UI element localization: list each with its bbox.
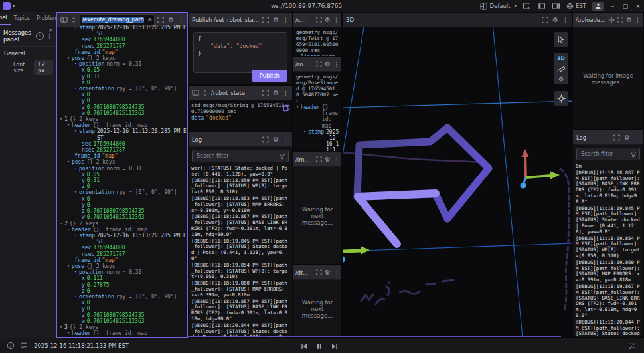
kebab-menu-icon[interactable]: ⋮ bbox=[333, 61, 339, 68]
gear-icon[interactable]: ⚙ bbox=[273, 90, 279, 96]
expand-arrow-icon[interactable]: ▾ bbox=[303, 129, 306, 152]
expand-arrow-icon[interactable]: ▾ bbox=[67, 55, 70, 61]
kebab-menu-icon[interactable]: ⋮ bbox=[634, 134, 640, 141]
pan-icon[interactable] bbox=[608, 17, 615, 23]
scene-settings-icon[interactable]: ⚙ bbox=[558, 76, 564, 82]
kebab-menu-icon[interactable]: ⋮ bbox=[283, 90, 289, 96]
panel-type-icon[interactable] bbox=[192, 89, 199, 96]
settings-menu-icon[interactable]: ⋮ bbox=[46, 33, 52, 39]
filter-icon[interactable] bbox=[279, 153, 285, 160]
expand-arrow-icon[interactable]: ▾ bbox=[74, 189, 77, 195]
kebab-menu-icon[interactable]: ⋮ bbox=[562, 17, 568, 23]
expand-arrow-icon[interactable]: ▾ bbox=[74, 233, 77, 245]
sidebar-tab[interactable]: Topics bbox=[11, 12, 33, 25]
topic-input[interactable]: /execute_drawing_path ⊗ bbox=[80, 14, 155, 25]
kebab-menu-icon[interactable]: ⋮ bbox=[333, 269, 339, 276]
clear-topic-icon[interactable]: ⊗ bbox=[147, 17, 152, 23]
hide-events-icon[interactable] bbox=[628, 342, 636, 350]
right-sidebar-toggle-icon[interactable] bbox=[552, 2, 560, 10]
events-icon[interactable] bbox=[20, 342, 28, 350]
add-panel-icon[interactable] bbox=[523, 2, 531, 10]
log-search-input[interactable] bbox=[195, 152, 279, 160]
expand-arrow-icon[interactable]: ▾ bbox=[67, 159, 70, 165]
recenter-button[interactable] bbox=[554, 91, 568, 106]
expand-arrow-icon[interactable]: ▾ bbox=[296, 104, 299, 129]
minimize-button[interactable]: – bbox=[609, 3, 616, 9]
kebab-menu-icon[interactable]: ⋮ bbox=[635, 17, 641, 23]
gear-icon[interactable]: ⚙ bbox=[273, 136, 279, 143]
log-lines[interactable]: 8m[DEBUG][11:18:18.867 PM EST][path_foll… bbox=[573, 163, 643, 338]
timezone-selector[interactable]: EST bbox=[566, 3, 586, 10]
fullscreen-icon[interactable] bbox=[617, 17, 623, 23]
seek-backward-icon[interactable] bbox=[300, 342, 308, 350]
fullscreen-icon[interactable] bbox=[613, 134, 620, 141]
expand-arrow-icon[interactable]: ▾ bbox=[74, 86, 77, 92]
fullscreen-icon[interactable] bbox=[316, 61, 322, 67]
data-source-info-icon[interactable] bbox=[7, 342, 15, 350]
filter-icon[interactable] bbox=[630, 151, 637, 158]
expand-arrow-icon[interactable]: ▾ bbox=[74, 61, 77, 67]
copy-icon[interactable] bbox=[283, 104, 290, 112]
help-icon[interactable]: ? bbox=[36, 32, 44, 40]
fullscreen-icon[interactable] bbox=[316, 17, 322, 23]
fullscreen-icon[interactable] bbox=[157, 17, 164, 23]
seek-forward-icon[interactable] bbox=[331, 342, 339, 350]
expand-arrow-icon[interactable]: ▾ bbox=[74, 128, 77, 140]
app-logo-icon[interactable] bbox=[3, 2, 11, 10]
robot-state-tree: data "docked" bbox=[189, 115, 292, 121]
kebab-menu-icon[interactable]: ⋮ bbox=[283, 17, 289, 23]
expand-arrow-icon[interactable]: ▾ bbox=[74, 25, 77, 37]
fullscreen-icon[interactable] bbox=[316, 269, 322, 275]
sidebar-close-icon[interactable]: × bbox=[48, 27, 53, 33]
fullscreen-icon[interactable] bbox=[542, 17, 548, 23]
kebab-menu-icon[interactable]: ⋮ bbox=[333, 156, 339, 163]
maximize-button[interactable]: ▢ bbox=[622, 3, 629, 9]
layout-selector[interactable]: Default ▾ bbox=[480, 3, 517, 10]
expand-arrow-icon[interactable]: ▾ bbox=[74, 269, 77, 275]
expand-arrow-icon[interactable]: ▾ bbox=[67, 122, 70, 128]
expand-arrow-icon[interactable]: ▾ bbox=[60, 324, 62, 330]
sidebar-tab[interactable]: Panel bbox=[0, 11, 11, 25]
log-lines[interactable]: wer]: [STATUS] State: docked | Pose: (0.… bbox=[189, 165, 292, 338]
app-menu-chevron-icon[interactable]: ▾ bbox=[13, 3, 15, 9]
expand-arrow-icon[interactable]: ▾ bbox=[67, 263, 70, 269]
expand-arrow-icon[interactable]: ▾ bbox=[74, 166, 77, 172]
kebab-menu-icon[interactable]: ⋮ bbox=[283, 136, 289, 143]
fullscreen-icon[interactable] bbox=[316, 156, 322, 162]
gear-icon[interactable]: ⚙ bbox=[325, 61, 331, 68]
log-search-input[interactable] bbox=[580, 150, 630, 158]
sidebar-tabs: PanelTopicsProblems bbox=[0, 12, 56, 25]
gear-icon[interactable]: ⚙ bbox=[552, 17, 558, 23]
left-sidebar-toggle-icon[interactable] bbox=[537, 2, 546, 10]
sort-order-icon[interactable] bbox=[70, 17, 77, 23]
gear-icon[interactable]: ⚙ bbox=[325, 17, 331, 23]
gear-icon[interactable]: ⚙ bbox=[626, 17, 632, 23]
fullscreen-icon[interactable] bbox=[262, 136, 269, 143]
panel-type-icon[interactable] bbox=[60, 16, 68, 23]
gear-icon[interactable]: ⚙ bbox=[325, 156, 331, 163]
expand-arrow-icon[interactable]: ▾ bbox=[67, 330, 70, 335]
expand-arrow-icon[interactable]: ▾ bbox=[60, 221, 62, 227]
sort-order-icon[interactable] bbox=[202, 90, 208, 96]
fullscreen-icon[interactable] bbox=[262, 90, 269, 96]
scene-viewport[interactable]: 3D ⚙ bbox=[343, 27, 572, 337]
toggle-3d-button[interactable]: 3D bbox=[557, 55, 564, 61]
expand-arrow-icon[interactable]: ▾ bbox=[67, 227, 70, 233]
fullscreen-icon[interactable] bbox=[262, 17, 269, 23]
expand-arrow-icon[interactable]: ▾ bbox=[74, 294, 77, 300]
publish-button[interactable]: Publish bbox=[252, 70, 287, 82]
gear-icon[interactable]: ⚙ bbox=[273, 17, 279, 23]
font-size-input[interactable]: 12 px bbox=[34, 60, 53, 75]
measure-tool-icon[interactable] bbox=[557, 64, 565, 72]
kebab-menu-icon[interactable]: ⋮ bbox=[178, 17, 184, 23]
user-account-button[interactable] bbox=[592, 2, 604, 11]
gear-icon[interactable]: ⚙ bbox=[624, 134, 630, 141]
pause-icon[interactable] bbox=[315, 342, 323, 350]
kebab-menu-icon[interactable]: ⋮ bbox=[333, 17, 339, 23]
select-tool-button[interactable] bbox=[554, 32, 568, 47]
gear-icon[interactable]: ⚙ bbox=[168, 17, 174, 23]
close-button[interactable]: × bbox=[635, 3, 641, 9]
publish-message-editor[interactable]: { "data": "docked"} bbox=[193, 32, 287, 73]
gear-icon[interactable]: ⚙ bbox=[325, 269, 331, 276]
expand-arrow-icon[interactable]: ▾ bbox=[60, 116, 62, 122]
